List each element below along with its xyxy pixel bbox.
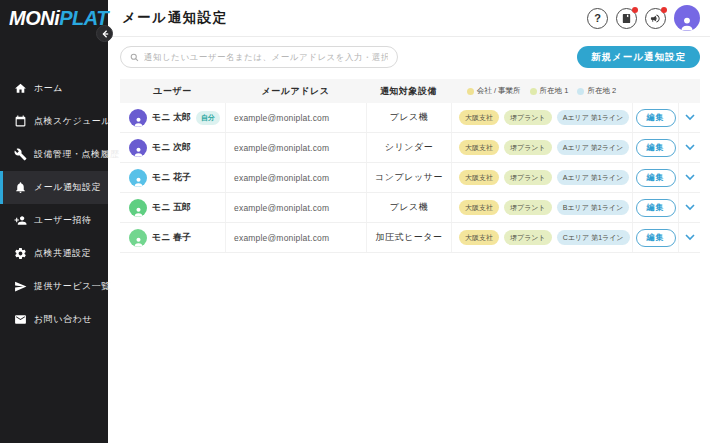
user-name: モニ 春子 <box>152 231 191 244</box>
help-button[interactable]: ? <box>587 8 608 29</box>
person-icon <box>133 206 144 217</box>
location2-tag: Aエリア 第2ライン <box>557 140 630 155</box>
email-text: example@moniplat.com <box>225 133 366 162</box>
column-header-email: メールアドレス <box>225 85 366 98</box>
sidebar-item-common-settings[interactable]: 点検共通設定 <box>0 237 108 270</box>
expand-row-button[interactable] <box>678 223 700 252</box>
main-header: メール通知設定 ? <box>108 0 710 37</box>
avatar <box>129 199 147 217</box>
calendar-icon <box>14 115 27 128</box>
location2-tag: Bエリア 第1ライン <box>557 200 630 215</box>
sidebar-item-contact[interactable]: お問い合わせ <box>0 303 108 336</box>
location-legend: 会社 / 事業所 所在地 1 所在地 2 <box>451 86 632 96</box>
edit-button[interactable]: 編集 <box>636 139 676 157</box>
user-name: モニ 次郎 <box>152 141 191 154</box>
person-icon <box>133 116 144 127</box>
person-icon <box>133 146 144 157</box>
expand-row-button[interactable] <box>678 103 700 132</box>
person-icon <box>679 15 695 31</box>
sidebar: MONiPLAT ホーム 点検スケジュール 設備管理・点検履歴 メール通知設定 … <box>0 0 108 443</box>
sidebar-item-mail-notification[interactable]: メール通知設定 <box>0 171 108 204</box>
equipment-text: シリンダー <box>366 133 451 162</box>
equipment-text: コンプレッサー <box>366 163 451 192</box>
user-name: モニ 五郎 <box>152 201 191 214</box>
email-text: example@moniplat.com <box>225 193 366 222</box>
chevron-down-icon <box>685 114 695 121</box>
user-avatar[interactable] <box>674 5 700 31</box>
chevron-down-icon <box>685 204 695 211</box>
sidebar-item-label: ホーム <box>34 82 63 95</box>
search-box <box>120 46 398 68</box>
gear-icon <box>14 247 27 260</box>
equipment-text: プレス機 <box>366 103 451 132</box>
expand-row-button[interactable] <box>678 193 700 222</box>
table-row: モニ 五郎 example@moniplat.com プレス機 大阪支社 堺プラ… <box>120 193 700 223</box>
chevron-down-icon <box>685 174 695 181</box>
chevron-down-icon <box>685 234 695 241</box>
email-text: example@moniplat.com <box>225 223 366 252</box>
paper-plane-icon <box>14 280 27 293</box>
location1-tag: 堺プラント <box>504 170 552 185</box>
release-notes-button[interactable] <box>616 8 637 29</box>
sidebar-item-label: お問い合わせ <box>34 313 92 326</box>
wrench-icon <box>14 148 27 161</box>
avatar <box>129 109 147 127</box>
location2-tag: Aエリア 第1ライン <box>557 170 630 185</box>
sidebar-item-label: ユーザー招待 <box>34 214 91 227</box>
sidebar-item-label: 設備管理・点検履歴 <box>34 148 120 161</box>
location1-tag: 堺プラント <box>504 200 552 215</box>
legend-dot-location2 <box>577 88 584 95</box>
app-logo: MONiPLAT <box>9 7 108 30</box>
search-input[interactable] <box>144 52 388 62</box>
arrow-left-icon <box>101 30 109 38</box>
company-tag: 大阪支社 <box>459 230 499 245</box>
email-text: example@moniplat.com <box>225 163 366 192</box>
book-icon <box>621 13 632 24</box>
avatar <box>129 139 147 157</box>
location1-tag: 堺プラント <box>504 230 552 245</box>
edit-button[interactable]: 編集 <box>636 109 676 127</box>
table-row: モニ 春子 example@moniplat.com 加圧式ヒーター 大阪支社 … <box>120 223 700 253</box>
toolbar: 新規メール通知設定 <box>108 37 710 77</box>
table-header: ユーザー メールアドレス 通知対象設備 会社 / 事業所 所在地 1 所在地 2 <box>120 79 700 103</box>
sidebar-item-home[interactable]: ホーム <box>0 72 108 105</box>
email-text: example@moniplat.com <box>225 103 366 132</box>
location2-tag: Cエリア 第1ライン <box>557 230 630 245</box>
sidebar-item-inspection-schedule[interactable]: 点検スケジュール <box>0 105 108 138</box>
table-row: モニ 太郎 自分 example@moniplat.com プレス機 大阪支社 … <box>120 103 700 133</box>
bell-icon <box>14 181 27 194</box>
expand-row-button[interactable] <box>678 163 700 192</box>
sidebar-nav: ホーム 点検スケジュール 設備管理・点検履歴 メール通知設定 ユーザー招待 点検… <box>0 72 108 336</box>
sidebar-item-label: メール通知設定 <box>34 181 101 194</box>
location2-tag: Aエリア 第1ライン <box>557 110 630 125</box>
new-mail-notification-button[interactable]: 新規メール通知設定 <box>577 46 700 68</box>
notification-dot <box>632 7 638 13</box>
edit-button[interactable]: 編集 <box>636 229 676 247</box>
main-area: メール通知設定 ? 新規メール通知設定 ユーザー メールアドレス <box>108 0 710 443</box>
legend-label: 会社 / 事業所 <box>477 86 521 96</box>
megaphone-icon <box>650 13 661 24</box>
announcements-button[interactable] <box>645 8 666 29</box>
mail-icon <box>14 313 27 326</box>
avatar <box>129 229 147 247</box>
legend-dot-location1 <box>530 88 537 95</box>
edit-button[interactable]: 編集 <box>636 199 676 217</box>
notification-dot <box>661 7 667 13</box>
sidebar-item-services[interactable]: 提供サービス一覧 <box>0 270 108 303</box>
sidebar-item-equipment-history[interactable]: 設備管理・点検履歴 <box>0 138 108 171</box>
expand-row-button[interactable] <box>678 133 700 162</box>
company-tag: 大阪支社 <box>459 170 499 185</box>
equipment-text: プレス機 <box>366 193 451 222</box>
sidebar-item-user-invite[interactable]: ユーザー招待 <box>0 204 108 237</box>
equipment-text: 加圧式ヒーター <box>366 223 451 252</box>
legend-label: 所在地 1 <box>540 86 569 96</box>
person-icon <box>133 236 144 247</box>
sidebar-item-label: 提供サービス一覧 <box>34 280 111 293</box>
table-row: モニ 次郎 example@moniplat.com シリンダー 大阪支社 堺プ… <box>120 133 700 163</box>
company-tag: 大阪支社 <box>459 110 499 125</box>
page-title: メール通知設定 <box>122 9 228 27</box>
sidebar-item-label: 点検共通設定 <box>34 247 91 260</box>
company-tag: 大阪支社 <box>459 200 499 215</box>
sidebar-collapse-button[interactable] <box>96 25 113 42</box>
edit-button[interactable]: 編集 <box>636 169 676 187</box>
